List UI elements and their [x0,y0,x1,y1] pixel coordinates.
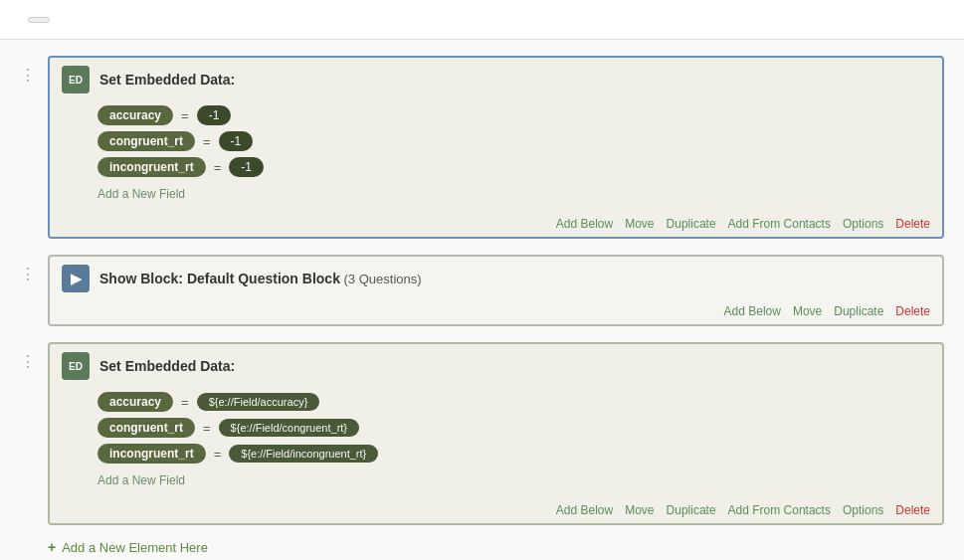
action-duplicate-block1[interactable]: Duplicate [667,217,716,231]
block-header-block2: ▶Show Block: Default Question Block (3 Q… [50,257,942,300]
field-name-pill[interactable]: incongruent_rt [97,157,206,177]
action-add-below-block1[interactable]: Add Below [556,217,613,231]
add-field-link[interactable]: Add a New Field [97,469,930,491]
add-element-plus-icon: + [48,539,56,555]
equals-sign: = [203,134,211,149]
action-move-block2[interactable]: Move [793,304,822,318]
fields-area-block3: accuracy=${e://Field/accuracy}congruent_… [50,388,942,499]
block-card-block2: ▶Show Block: Default Question Block (3 Q… [48,255,944,326]
drag-handle[interactable]: ⋮ [20,56,40,85]
field-row-1: congruent_rt=${e://Field/congruent_rt} [97,418,930,438]
draft-badge [28,17,50,23]
flow-row-2: ⋮EDSet Embedded Data:accuracy=${e://Fiel… [20,342,944,525]
field-name-pill[interactable]: incongruent_rt [97,444,206,464]
action-duplicate-block2[interactable]: Duplicate [834,304,883,318]
add-element-label: Add a New Element Here [62,540,208,555]
action-options-block3[interactable]: Options [843,503,883,517]
block-title-block2: Show Block: Default Question Block (3 Qu… [99,271,422,286]
block-icon-block2: ▶ [62,265,90,292]
flow-container: ⋮EDSet Embedded Data:accuracy=-1congruen… [20,56,944,555]
equals-sign: = [181,108,189,123]
field-value-pill[interactable]: ${e://Field/congruent_rt} [219,419,359,437]
block-card-block3: EDSet Embedded Data:accuracy=${e://Field… [48,342,944,525]
action-bar-block2: Add BelowMoveDuplicateDelete [50,300,942,324]
field-value-pill[interactable]: -1 [197,105,232,125]
drag-handle[interactable]: ⋮ [20,342,40,371]
block-icon-block3: ED [62,352,90,380]
field-name-pill[interactable]: congruent_rt [97,418,195,438]
equals-sign: = [203,421,211,436]
fields-area-block1: accuracy=-1congruent_rt=-1incongruent_rt… [50,101,942,213]
action-options-block1[interactable]: Options [843,217,883,231]
block-title-block3: Set Embedded Data: [99,358,235,374]
field-row-0: accuracy=-1 [97,105,930,125]
block-card-block1: EDSet Embedded Data:accuracy=-1congruent… [48,56,944,239]
field-name-pill[interactable]: accuracy [97,105,173,125]
action-bar-block3: Add BelowMoveDuplicateAdd From ContactsO… [50,499,942,523]
field-row-2: incongruent_rt=${e://Field/incongruent_r… [97,444,930,464]
action-delete-block1[interactable]: Delete [895,217,930,231]
action-bar-block1: Add BelowMoveDuplicateAdd From ContactsO… [50,213,942,237]
action-move-block1[interactable]: Move [625,217,654,231]
field-row-0: accuracy=${e://Field/accuracy} [97,392,930,412]
block-subtitle-block2: (3 Questions) [340,272,422,286]
block-icon-block1: ED [62,66,90,93]
action-duplicate-block3[interactable]: Duplicate [667,503,716,517]
action-add-below-block3[interactable]: Add Below [556,503,613,517]
add-element-row[interactable]: +Add a New Element Here [20,529,944,555]
block-header-block3: EDSet Embedded Data: [50,344,942,388]
action-delete-block3[interactable]: Delete [895,503,930,517]
field-value-pill[interactable]: -1 [219,131,254,151]
flow-row-1: ⋮▶Show Block: Default Question Block (3 … [20,255,944,326]
action-add-from-contacts-block3[interactable]: Add From Contacts [728,503,831,517]
field-row-1: congruent_rt=-1 [97,131,930,151]
field-value-pill[interactable]: -1 [229,157,264,177]
equals-sign: = [214,160,222,175]
action-add-below-block2[interactable]: Add Below [724,304,781,318]
flow-row-0: ⋮EDSet Embedded Data:accuracy=-1congruen… [20,56,944,239]
equals-sign: = [214,447,222,462]
field-value-pill[interactable]: ${e://Field/accuracy} [197,393,320,411]
field-name-pill[interactable]: accuracy [97,392,173,412]
block-title-block1: Set Embedded Data: [99,72,235,88]
field-value-pill[interactable]: ${e://Field/incongruent_rt} [229,445,378,463]
block-header-block1: EDSet Embedded Data: [50,58,942,101]
action-add-from-contacts-block1[interactable]: Add From Contacts [728,217,831,231]
action-delete-block2[interactable]: Delete [895,304,930,318]
main-content: ⋮EDSet Embedded Data:accuracy=-1congruen… [0,40,964,560]
field-name-pill[interactable]: congruent_rt [97,131,195,151]
equals-sign: = [181,395,189,410]
drag-handle[interactable]: ⋮ [20,255,40,283]
action-move-block3[interactable]: Move [625,503,654,517]
page-header [0,0,964,40]
add-field-link[interactable]: Add a New Field [97,183,930,205]
field-row-2: incongruent_rt=-1 [97,157,930,177]
